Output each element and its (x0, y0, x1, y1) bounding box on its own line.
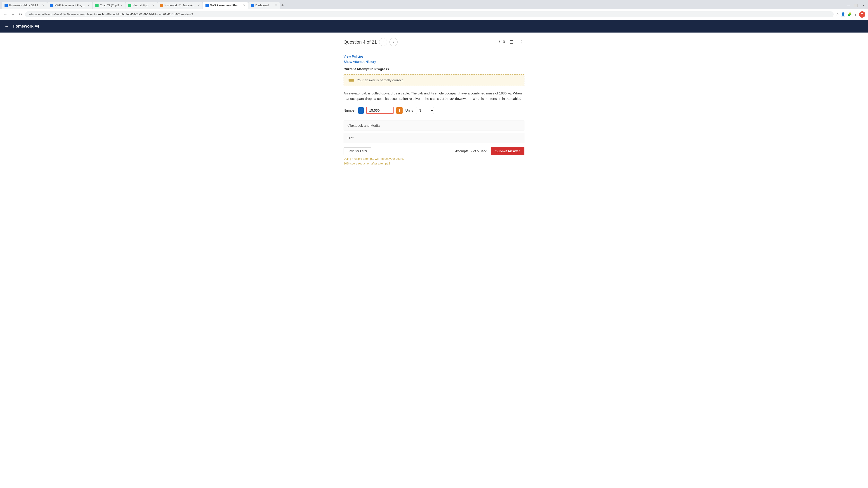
new-tab-button[interactable]: + (280, 3, 285, 8)
partial-correct-banner: Your answer is partially correct. (344, 74, 524, 86)
more-options-button[interactable]: ⋮ (518, 38, 524, 46)
extension-icon[interactable]: 🧩 (847, 12, 852, 17)
tab-6-label: NWP Assessment Player U... (210, 4, 242, 7)
forward-button[interactable]: → (10, 11, 16, 18)
submit-answer-button[interactable]: Submit Answer (491, 147, 524, 155)
tab-1-close[interactable]: ✕ (42, 4, 44, 7)
score-display: 1 / 10 (496, 40, 505, 44)
tab-5-close[interactable]: ✕ (197, 4, 200, 7)
bottom-bar: Save for Later Attempts: 2 of 5 used Sub… (344, 147, 524, 155)
tab-bar: Homework Help - Q&A fr... ✕ NWP Assessme… (0, 0, 868, 9)
url-input[interactable] (25, 11, 834, 18)
view-policies-link[interactable]: View Policies (344, 55, 524, 58)
avatar[interactable]: T (859, 11, 865, 18)
back-icon[interactable]: ← (4, 24, 9, 29)
attempts-text: Attempts: 2 of 5 used (455, 149, 487, 153)
hint-header[interactable]: Hint (344, 133, 524, 143)
app-title: Homework #4 (13, 24, 39, 29)
tab-6-favicon (206, 4, 209, 7)
tab-2-close[interactable]: ✕ (88, 4, 90, 7)
warning-text: Using multiple attempts will impact your… (344, 157, 524, 166)
number-input[interactable] (366, 107, 394, 114)
profile-icon[interactable]: 👤 (841, 12, 845, 17)
next-question-button[interactable]: › (390, 38, 398, 46)
address-bar: ← → ↻ ☆ 👤 🧩 ⋮ T (0, 9, 868, 20)
window-controls: — ⬜ ✕ (845, 3, 866, 8)
question-nav: Question 4 of 21 ‹ › (344, 38, 398, 46)
tab-4-favicon (128, 4, 131, 7)
back-button[interactable]: ← (3, 11, 8, 18)
menu-icon[interactable]: ⋮ (854, 12, 857, 17)
main-content: Question 4 of 21 ‹ › 1 / 10 ☰ ⋮ View Pol… (0, 33, 868, 488)
tab-4-close[interactable]: ✕ (152, 4, 154, 7)
browser-chrome: Homework Help - Q&A fr... ✕ NWP Assessme… (0, 0, 868, 20)
tab-3-favicon (95, 4, 98, 7)
tab-6[interactable]: NWP Assessment Player U... ✕ (203, 2, 248, 9)
maximize-button[interactable]: ⬜ (853, 3, 859, 8)
address-bar-icons: ☆ 👤 🧩 ⋮ T (836, 11, 865, 18)
partial-correct-icon (348, 79, 354, 82)
save-for-later-button[interactable]: Save for Later (344, 147, 371, 155)
right-bottom: Attempts: 2 of 5 used Submit Answer (455, 147, 524, 155)
list-icon-button[interactable]: ☰ (508, 38, 515, 46)
reload-button[interactable]: ↻ (18, 11, 23, 18)
question-header: Question 4 of 21 ‹ › 1 / 10 ☰ ⋮ (344, 38, 524, 46)
app-header: ← Homework #4 (0, 20, 868, 33)
etextbook-section: eTextbook and Media (344, 120, 524, 131)
units-label: Units (405, 108, 413, 112)
tab-3[interactable]: CLab T2 (1).pdf ✕ (93, 2, 125, 9)
tab-1-label: Homework Help - Q&A fr... (9, 4, 41, 7)
tab-5-label: Homework #4: Trace Arno... (164, 4, 196, 7)
current-attempt-label: Current Attempt in Progress (344, 67, 524, 71)
content-wrapper: Question 4 of 21 ‹ › 1 / 10 ☰ ⋮ View Pol… (339, 33, 529, 171)
question-text: An elevator cab is pulled upward by a ca… (344, 91, 524, 101)
tab-2[interactable]: NWP Assessment Player U... ✕ (47, 2, 92, 9)
tab-2-favicon (50, 4, 53, 7)
info-button[interactable]: i (358, 107, 364, 113)
show-attempt-history-link[interactable]: Show Attempt History (344, 60, 524, 64)
bookmark-icon[interactable]: ☆ (836, 12, 839, 17)
close-button[interactable]: ✕ (861, 3, 866, 8)
tab-1-favicon (4, 4, 8, 7)
tab-4-label: New lab 8.pdf (133, 4, 151, 7)
tab-3-close[interactable]: ✕ (120, 4, 123, 7)
tab-5-favicon (160, 4, 163, 7)
warning-button[interactable]: ! (396, 107, 403, 113)
tab-5[interactable]: Homework #4: Trace Arno... ✕ (157, 2, 203, 9)
answer-row: Number i ! Units N kN lbf (344, 107, 524, 114)
tab-7-label: Dashboard (255, 4, 274, 7)
tab-1[interactable]: Homework Help - Q&A fr... ✕ (2, 2, 47, 9)
warning-line-2: 10% score reduction after attempt 2 (344, 161, 524, 166)
number-label: Number (344, 108, 355, 112)
tab-7[interactable]: Dashboard ✕ (248, 2, 280, 9)
hint-section: Hint (344, 133, 524, 143)
minimize-button[interactable]: — (845, 3, 851, 8)
question-title: Question 4 of 21 (344, 39, 377, 45)
warning-line-1: Using multiple attempts will impact your… (344, 157, 524, 161)
tab-4[interactable]: New lab 8.pdf ✕ (125, 2, 157, 9)
partial-correct-text: Your answer is partially correct. (357, 78, 404, 82)
question-right: 1 / 10 ☰ ⋮ (496, 38, 524, 46)
tab-6-close[interactable]: ✕ (243, 4, 245, 7)
units-select[interactable]: N kN lbf (416, 107, 434, 114)
etextbook-header[interactable]: eTextbook and Media (344, 121, 524, 131)
tab-3-label: CLab T2 (1).pdf (100, 4, 119, 7)
tab-2-label: NWP Assessment Player U... (55, 4, 86, 7)
tab-7-favicon (251, 4, 254, 7)
prev-question-button[interactable]: ‹ (379, 38, 387, 46)
tab-7-close[interactable]: ✕ (275, 4, 277, 7)
